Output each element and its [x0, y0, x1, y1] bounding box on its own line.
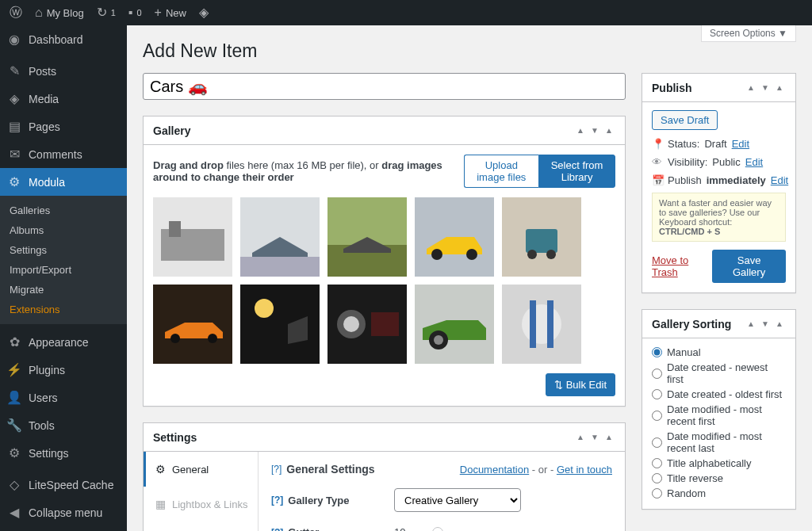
- sort-option[interactable]: Title reverse: [652, 472, 786, 484]
- help-icon[interactable]: [?]: [271, 464, 282, 475]
- help-icon[interactable]: [?]: [271, 495, 283, 506]
- panel-toggle-icon[interactable]: ▲: [773, 319, 786, 328]
- panel-down-icon[interactable]: ▼: [588, 433, 601, 441]
- grid-icon: ▦: [155, 498, 166, 510]
- new-link[interactable]: +New: [148, 0, 193, 25]
- gallery-thumb[interactable]: [240, 285, 320, 364]
- update-icon: ↻: [97, 6, 107, 19]
- submenu-migrate[interactable]: Migrate: [0, 280, 127, 300]
- edit-schedule-link[interactable]: Edit: [771, 174, 788, 186]
- title-input[interactable]: [143, 73, 626, 100]
- sort-option[interactable]: Title alphabetically: [652, 457, 786, 469]
- doc-links: Documentation - or - Get in touch: [460, 464, 612, 476]
- pin-icon: 📍: [652, 138, 663, 150]
- sidebar-item-media[interactable]: ◈Media: [0, 85, 127, 113]
- panel-toggle-icon[interactable]: ▲: [603, 126, 615, 135]
- gallery-thumb[interactable]: [240, 197, 320, 277]
- edit-status-link[interactable]: Edit: [732, 138, 749, 150]
- users-icon: 👤: [6, 390, 22, 405]
- sort-option[interactable]: Date created - oldest first: [652, 388, 786, 400]
- svg-rect-27: [371, 312, 399, 336]
- appearance-icon: ✿: [6, 334, 22, 350]
- gallery-header: Gallery ▲ ▼ ▲: [144, 117, 625, 145]
- gear-icon: ⚙: [155, 463, 166, 476]
- sort-option[interactable]: Random: [652, 487, 786, 499]
- gallery-thumb[interactable]: [415, 197, 494, 277]
- pages-icon: ▤: [6, 119, 22, 134]
- panel-up-icon[interactable]: ▲: [574, 126, 587, 135]
- gallery-thumb[interactable]: [327, 285, 407, 364]
- gutter-value: 10: [394, 526, 405, 531]
- panel-down-icon[interactable]: ▼: [588, 126, 601, 135]
- sort-option[interactable]: Date modified - most recent last: [652, 430, 786, 454]
- publish-heading: Publish: [652, 82, 745, 94]
- documentation-link[interactable]: Documentation: [460, 464, 529, 476]
- posts-icon: ✎: [6, 63, 22, 78]
- sidebar-item-posts[interactable]: ✎Posts: [0, 57, 127, 85]
- panel-toggle-icon[interactable]: ▲: [603, 433, 615, 441]
- move-to-trash-link[interactable]: Move to Trash: [652, 254, 712, 278]
- gallery-thumb[interactable]: [415, 285, 494, 364]
- sidebar-item-pages[interactable]: ▤Pages: [0, 113, 127, 140]
- help-icon[interactable]: [?]: [271, 527, 283, 532]
- gallery-thumb[interactable]: [502, 285, 581, 364]
- sidebar-item-appearance[interactable]: ✿Appearance: [0, 328, 127, 356]
- gallery-thumb[interactable]: [153, 285, 232, 364]
- gallery-thumb[interactable]: [327, 197, 407, 277]
- panel-down-icon[interactable]: ▼: [759, 319, 772, 328]
- cache-icon[interactable]: ◈: [193, 0, 215, 25]
- collapse-icon: ◀: [6, 505, 22, 520]
- save-draft-button[interactable]: Save Draft: [652, 110, 718, 130]
- bulk-edit-button[interactable]: ⇅ Bulk Edit: [546, 373, 615, 396]
- sidebar-item-collapse[interactable]: ◀Collapse menu: [0, 499, 127, 526]
- select-library-button[interactable]: Select from Library: [538, 155, 615, 188]
- drop-hint: Drag and drop files here (max 16 MB per …: [153, 159, 464, 183]
- settings-tab-filters[interactable]: ▼Filters: [144, 521, 258, 531]
- gallery-type-select[interactable]: Creative Gallery: [394, 488, 521, 512]
- settings-tab-general[interactable]: ⚙General: [144, 452, 258, 487]
- sidebar-item-comments[interactable]: ✉Comments: [0, 140, 127, 168]
- comments-link[interactable]: ▪0: [122, 0, 148, 25]
- panel-toggle-icon[interactable]: ▲: [773, 83, 786, 92]
- sidebar-item-dashboard[interactable]: ◉Dashboard: [0, 25, 127, 53]
- settings-tab-lightbox[interactable]: ▦Lightbox & Links: [144, 487, 258, 521]
- sidebar-item-tools[interactable]: 🔧Tools: [0, 411, 127, 439]
- sort-option[interactable]: Date modified - most recent first: [652, 403, 786, 427]
- sort-option[interactable]: Date created - newest first: [652, 361, 786, 385]
- submenu-settings[interactable]: Settings: [0, 240, 127, 260]
- svg-point-12: [466, 249, 477, 260]
- sort-option[interactable]: Manual: [652, 346, 786, 358]
- plugins-icon: ⚡: [6, 362, 22, 377]
- page-title: Add New Item: [143, 40, 796, 62]
- gallery-thumb[interactable]: [502, 197, 581, 277]
- sidebar-item-settings[interactable]: ⚙Settings: [0, 439, 127, 467]
- gallery-thumb[interactable]: [153, 197, 232, 277]
- submenu-import-export[interactable]: Import/Export: [0, 260, 127, 280]
- panel-up-icon[interactable]: ▲: [574, 433, 587, 441]
- panel-down-icon[interactable]: ▼: [759, 83, 772, 92]
- sorting-panel: Gallery Sorting ▲▼▲ Manual Date created …: [642, 309, 796, 510]
- wp-logo[interactable]: ⓦ: [3, 0, 29, 25]
- settings-heading: Settings: [153, 431, 574, 444]
- comments-icon: ✉: [6, 147, 22, 162]
- eye-icon: 👁: [652, 156, 663, 168]
- contact-link[interactable]: Get in touch: [557, 464, 612, 476]
- sidebar-item-litespeed[interactable]: ◇LiteSpeed Cache: [0, 471, 127, 499]
- sidebar-item-plugins[interactable]: ⚡Plugins: [0, 356, 127, 384]
- svg-rect-5: [240, 257, 320, 277]
- upload-files-button[interactable]: Upload image files: [464, 155, 539, 188]
- sidebar-item-modula[interactable]: ⚙Modula: [0, 168, 127, 196]
- litespeed-icon: ◇: [6, 477, 22, 492]
- updates-link[interactable]: ↻1: [90, 0, 122, 25]
- panel-up-icon[interactable]: ▲: [745, 319, 757, 328]
- site-link[interactable]: ⌂My Blog: [29, 0, 90, 25]
- submenu-albums[interactable]: Albums: [0, 220, 127, 240]
- sidebar-item-users[interactable]: 👤Users: [0, 384, 127, 411]
- save-gallery-button[interactable]: Save Gallery: [712, 250, 786, 283]
- svg-rect-33: [522, 304, 561, 344]
- panel-up-icon[interactable]: ▲: [745, 83, 757, 92]
- submenu-extensions[interactable]: Extensions: [0, 300, 127, 319]
- submenu-galleries[interactable]: Galleries: [0, 201, 127, 220]
- gallery-type-row: [?]Gallery Type Creative Gallery: [271, 488, 612, 512]
- edit-visibility-link[interactable]: Edit: [745, 156, 763, 168]
